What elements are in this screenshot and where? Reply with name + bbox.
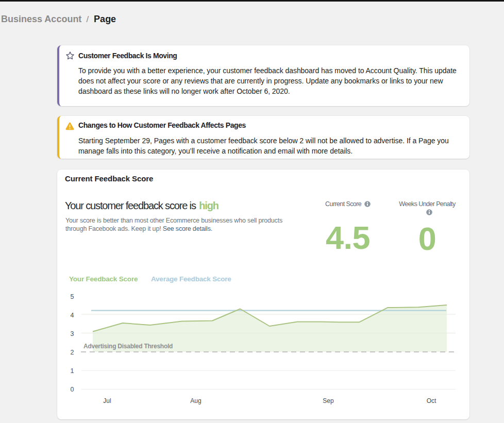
svg-text:5: 5 [71,293,74,300]
svg-text:0: 0 [71,386,74,393]
svg-text:1: 1 [71,367,74,375]
svg-text:Aug: Aug [190,397,201,404]
svg-text:Sep: Sep [323,397,334,404]
svg-text:3: 3 [71,330,74,337]
svg-text:4: 4 [71,312,74,319]
svg-text:Jul: Jul [103,397,111,404]
svg-text:2: 2 [71,349,74,356]
svg-text:Oct: Oct [427,397,436,404]
svg-text:Advertising Disabled Threshold: Advertising Disabled Threshold [83,343,173,350]
